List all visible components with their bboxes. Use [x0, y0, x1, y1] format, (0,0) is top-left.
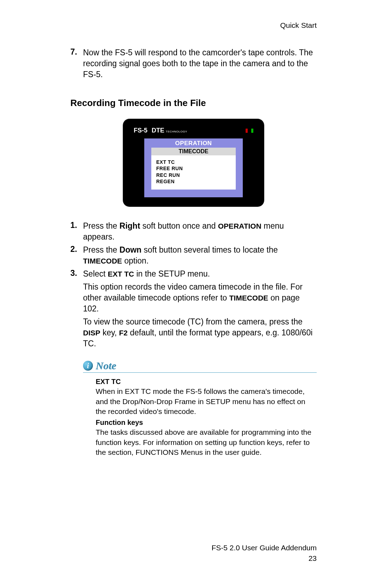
screen-options: EXT TC FREE RUN REC RUN REGEN: [151, 155, 236, 190]
t: Press the: [83, 221, 120, 230]
brand-dte-group: DTE TECHNOLOGY: [152, 127, 187, 134]
step-number: 1.: [70, 221, 83, 242]
steps-list: 1. Press the Right soft button once and …: [70, 221, 317, 349]
led-red-icon: [246, 129, 248, 133]
t: Select: [83, 269, 108, 278]
screen-subheader: TIMECODE: [151, 148, 236, 155]
screen-option: FREE RUN: [156, 165, 231, 172]
device-frame: FS-5 DTE TECHNOLOGY OPERATION TIMECODE E…: [123, 119, 264, 206]
note-block: i Note EXT TC When in EXT TC mode the FS…: [83, 360, 317, 457]
t-sc: DISP: [83, 329, 100, 337]
page-footer: FS-5 2.0 User Guide Addendum 23: [211, 543, 317, 563]
led-green-icon: [251, 129, 253, 133]
screen-option: REGEN: [156, 178, 231, 185]
t-sc: TIMECODE: [83, 257, 122, 265]
page-header: Quick Start: [70, 21, 317, 30]
t: Press the: [83, 245, 120, 254]
note-title: Note: [96, 360, 116, 372]
step-item: 1. Press the Right soft button once and …: [70, 221, 317, 242]
info-icon: i: [83, 361, 93, 371]
t: soft button once and: [140, 221, 218, 230]
brand-dte: DTE: [152, 127, 164, 134]
step-text: Now the FS-5 will respond to the camcord…: [83, 47, 317, 80]
brand-fs5: FS-5: [134, 127, 147, 134]
screen-header: OPERATION: [144, 138, 243, 148]
section-heading: Recording Timecode in the File: [70, 98, 317, 109]
step-continuation: To view the source timecode (TC) from th…: [83, 316, 317, 349]
t-bold: Down: [120, 245, 142, 254]
step-text: Press the Right soft button once and OPE…: [83, 221, 317, 242]
note-header: i Note: [83, 360, 317, 373]
t: soft button several times to locate the: [141, 245, 278, 254]
t-sc: EXT TC: [108, 270, 134, 278]
t: in the SETUP menu.: [134, 269, 210, 278]
note-subhead: Function keys: [96, 418, 317, 427]
device-figure: FS-5 DTE TECHNOLOGY OPERATION TIMECODE E…: [70, 119, 317, 206]
step-number: 3.: [70, 268, 83, 279]
device-top-bar: FS-5 DTE TECHNOLOGY: [134, 127, 253, 134]
note-paragraph: The tasks discussed above are available …: [96, 427, 317, 457]
device-leds: [246, 129, 253, 133]
step-number: 7.: [70, 47, 83, 80]
t-sc: OPERATION: [218, 222, 261, 230]
t-bold: Right: [120, 221, 140, 230]
step-item: 2. Press the Down soft button several ti…: [70, 245, 317, 266]
note-subhead: EXT TC: [96, 377, 317, 386]
screen-option: REC RUN: [156, 172, 231, 178]
note-paragraph: When in EXT TC mode the FS-5 follows the…: [96, 386, 317, 416]
brand-dte-sub: TECHNOLOGY: [166, 130, 187, 133]
device-screen: OPERATION TIMECODE EXT TC FREE RUN REC R…: [144, 138, 243, 197]
screen-option: EXT TC: [156, 159, 231, 165]
step-text: Select EXT TC in the SETUP menu.: [83, 268, 317, 279]
t: key,: [100, 328, 119, 337]
step-number: 2.: [70, 245, 83, 266]
step-continuation: This option records the video camera tim…: [83, 281, 317, 314]
device-brand: FS-5 DTE TECHNOLOGY: [134, 127, 187, 134]
note-body: EXT TC When in EXT TC mode the FS-5 foll…: [96, 377, 317, 457]
screen-bottom-bar: [144, 190, 243, 197]
t: option.: [122, 256, 148, 265]
t: To view the source timecode (TC) from th…: [83, 317, 303, 326]
t-sc: TIMECODE: [229, 294, 268, 302]
footer-doc-title: FS-5 2.0 User Guide Addendum: [211, 543, 317, 553]
intro-step: 7. Now the FS-5 will respond to the camc…: [70, 47, 317, 80]
footer-page-number: 23: [211, 553, 317, 563]
t-sc: F2: [119, 329, 128, 337]
step-text: Press the Down soft button several times…: [83, 245, 317, 266]
step-item: 3. Select EXT TC in the SETUP menu.: [70, 268, 317, 279]
